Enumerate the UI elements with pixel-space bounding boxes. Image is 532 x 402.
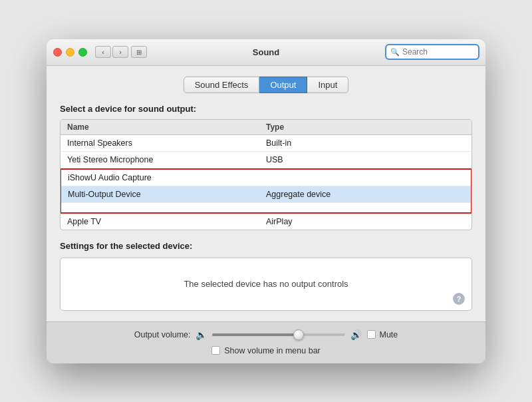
device-type: Built-in [266,138,465,148]
window-title: Sound [253,47,279,57]
device-table: Name Type Internal Speakers Built-in Yet… [60,119,472,230]
tab-sound-effects[interactable]: Sound Effects [184,77,260,93]
main-window: ‹ › ⊞ Sound 🔍 Sound Effects Output Input… [47,39,485,363]
tab-output[interactable]: Output [259,77,307,93]
settings-section-heading: Settings for the selected device: [60,241,472,251]
device-type: AirPlay [266,217,465,226]
slider-thumb[interactable] [293,329,304,340]
device-type [266,173,464,182]
settings-box: The selected device has no output contro… [60,258,472,311]
device-name: Internal Speakers [67,138,266,148]
volume-low-icon: 🔈 [196,329,207,340]
mute-checkbox[interactable] [367,330,376,339]
col-header-type: Type [266,122,465,132]
mute-label: Mute [379,330,398,339]
grid-button[interactable]: ⊞ [131,46,147,58]
slider-fill [212,333,299,336]
forward-button[interactable]: › [112,46,128,58]
mute-row: Mute [367,330,398,339]
search-box[interactable]: 🔍 [386,45,479,59]
volume-row: Output volume: 🔈 🔊 Mute [60,329,472,341]
content-area: Sound Effects Output Input Select a devi… [47,66,485,321]
menubar-row: Show volume in menu bar [60,346,472,355]
search-icon: 🔍 [390,48,400,57]
settings-message: The selected device has no output contro… [184,279,348,289]
help-button[interactable]: ? [453,293,465,305]
table-row[interactable]: iShowU Audio Capture [61,170,471,186]
menubar-checkbox[interactable] [211,346,220,355]
back-button[interactable]: ‹ [95,46,111,58]
col-header-name: Name [67,122,266,132]
output-section-heading: Select a device for sound output: [60,104,472,114]
device-name: Multi-Output Device [68,190,266,199]
table-row-divider [61,203,471,212]
minimize-button[interactable] [66,48,74,57]
bottom-bar: Output volume: 🔈 🔊 Mute Show volume in m… [47,321,485,363]
volume-label: Output volume: [134,330,191,339]
zoom-button[interactable] [78,48,87,57]
table-row[interactable]: Apple TV AirPlay [61,214,471,230]
volume-slider[interactable] [212,329,345,341]
device-name: Apple TV [67,217,266,226]
tab-bar: Sound Effects Output Input [60,77,472,93]
red-border-group: iShowU Audio Capture Multi-Output Device… [60,168,472,214]
table-header: Name Type [61,120,471,135]
device-type: USB [266,155,465,164]
table-row-selected[interactable]: Multi-Output Device Aggregate device [61,186,471,203]
device-name: Yeti Stereo Microphone [67,155,266,164]
table-row[interactable]: Internal Speakers Built-in [61,135,471,152]
slider-track [212,333,345,336]
device-type: Aggregate device [266,190,464,199]
device-name: iShowU Audio Capture [68,173,266,182]
volume-high-icon: 🔊 [350,329,362,340]
titlebar: ‹ › ⊞ Sound 🔍 [47,39,485,66]
nav-buttons: ‹ › [95,46,128,58]
tab-input[interactable]: Input [307,77,348,93]
traffic-lights [53,48,87,57]
search-input[interactable] [402,47,474,57]
table-row[interactable]: Yeti Stereo Microphone USB [61,152,471,168]
menubar-label: Show volume in menu bar [224,346,321,355]
close-button[interactable] [53,48,62,57]
